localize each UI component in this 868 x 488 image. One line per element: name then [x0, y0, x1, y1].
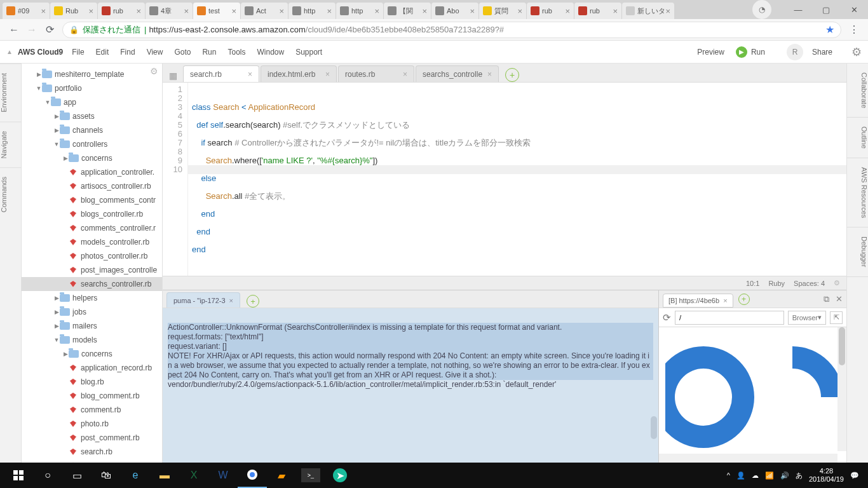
excel-icon[interactable]: X [179, 463, 208, 488]
browser-tab[interactable]: http× [336, 3, 383, 19]
browser-tab[interactable]: rub× [527, 3, 574, 19]
app-icon[interactable]: ➤ [325, 463, 355, 488]
task-view-icon[interactable]: ▭ [62, 463, 92, 488]
scrollbar-thumb[interactable] [651, 416, 657, 439]
tree-file[interactable]: artisocs_controller.rb [22, 179, 162, 193]
tree-settings-icon[interactable]: ⚙ [150, 66, 158, 76]
editor-tab[interactable]: search.rb× [183, 65, 259, 82]
close-icon[interactable]: × [88, 6, 93, 16]
status-gear-icon[interactable]: ⚙ [834, 279, 840, 287]
tree-file[interactable]: blogs_controller.rb [22, 207, 162, 221]
start-button[interactable] [4, 463, 33, 488]
bookmark-star-icon[interactable]: ★ [825, 24, 834, 36]
close-icon[interactable]: × [470, 6, 475, 16]
side-tab[interactable]: Outline [847, 118, 868, 158]
chrome-menu-icon[interactable]: ⋮ [845, 24, 863, 36]
side-tab[interactable]: Collaborate [847, 64, 868, 118]
menu-collapse-icon[interactable]: ▲ [6, 48, 13, 55]
close-icon[interactable]: × [231, 6, 236, 16]
side-tab[interactable]: Navigate [0, 121, 21, 167]
browser-tab[interactable]: Abo× [431, 3, 478, 19]
close-icon[interactable]: × [374, 6, 379, 16]
brand-label[interactable]: AWS Cloud9 [18, 48, 63, 57]
menu-item[interactable]: Goto [174, 48, 191, 57]
close-icon[interactable]: × [41, 6, 46, 16]
close-icon[interactable]: × [565, 6, 570, 16]
tree-folder[interactable]: ▶assets [22, 109, 162, 123]
close-icon[interactable]: × [243, 70, 252, 79]
close-icon[interactable]: × [422, 6, 427, 16]
menu-item[interactable]: Run [202, 48, 216, 57]
preview-content[interactable] [659, 327, 846, 463]
url-input[interactable]: 🔒 保護された通信 | https://us-east-2.console.aw… [62, 22, 841, 38]
run-button[interactable]: ▶Run [736, 46, 765, 58]
browser-tab[interactable]: http× [288, 3, 336, 19]
tray-onedrive-icon[interactable]: ☁ [752, 471, 759, 480]
tree-file[interactable]: post_comment.rb [22, 431, 162, 445]
tree-folder[interactable]: ▶concerns [22, 151, 162, 165]
tray-up-icon[interactable]: ^ [727, 471, 730, 479]
tree-file[interactable]: models_controller.rb [22, 235, 162, 249]
add-terminal-button[interactable]: + [247, 295, 259, 308]
reload-button[interactable]: ⟳ [41, 21, 58, 39]
side-tab[interactable]: Commands [0, 167, 21, 221]
tree-folder[interactable]: ▶jobs [22, 305, 162, 319]
menu-item[interactable]: File [72, 48, 84, 57]
language-mode[interactable]: Ruby [768, 280, 785, 287]
tray-volume-icon[interactable]: 🔊 [780, 471, 789, 480]
window-minimize[interactable]: ― [784, 1, 812, 18]
maximize-icon[interactable]: ⧉ [824, 294, 829, 304]
editor-tab[interactable]: index.html.erb× [261, 65, 337, 82]
window-close[interactable]: ✕ [840, 1, 868, 18]
tree-folder[interactable]: ▼controllers [22, 137, 162, 151]
preview-button[interactable]: Preview [697, 48, 724, 57]
tree-folder[interactable]: ▼models [22, 333, 162, 347]
preview-hscrollbar[interactable] [659, 454, 837, 463]
cursor-position[interactable]: 10:1 [746, 280, 759, 287]
editor-tab[interactable]: routes.rb× [338, 65, 414, 82]
tree-file[interactable]: blog_comment.rb [22, 389, 162, 403]
browser-tab[interactable]: test× [193, 3, 240, 19]
browser-tab[interactable]: 【関× [384, 3, 431, 19]
browser-dropdown[interactable]: Browser ▾ [788, 311, 826, 325]
close-icon[interactable]: × [723, 297, 727, 304]
tree-folder[interactable]: ▼app [22, 95, 162, 109]
editor-tab[interactable]: searchs_controlle× [416, 65, 499, 82]
tree-file[interactable]: blog.rb [22, 375, 162, 389]
close-icon[interactable]: × [398, 70, 407, 79]
notifications-icon[interactable]: 💬 [850, 471, 859, 480]
chrome-icon[interactable] [238, 463, 267, 488]
preview-tab[interactable]: [B] https://4be6b× [663, 294, 733, 308]
tree-file[interactable]: post_images_controlle [22, 263, 162, 277]
close-panel-icon[interactable]: ✕ [836, 294, 843, 304]
indent-setting[interactable]: Spaces: 4 [794, 280, 825, 287]
chrome-profile-icon[interactable]: ◔ [752, 0, 771, 19]
tree-file[interactable]: comment.rb [22, 403, 162, 417]
close-icon[interactable]: × [184, 6, 189, 16]
browser-tab[interactable]: Act× [241, 3, 288, 19]
clock[interactable]: 4:282018/04/19 [809, 467, 844, 484]
terminal-output[interactable]: ActionController::UnknownFormat (Searchs… [163, 308, 658, 463]
close-icon[interactable]: × [665, 6, 670, 16]
browser-tab[interactable]: rub× [574, 3, 621, 19]
tree-file[interactable]: photo.rb [22, 417, 162, 431]
menu-item[interactable]: Window [257, 48, 284, 57]
tree-file[interactable]: search.rb [22, 445, 162, 459]
edge-icon[interactable]: e [121, 463, 150, 488]
code-area[interactable]: class Search < ApplicationRecord def sel… [188, 83, 846, 276]
browser-tab[interactable]: #09× [3, 3, 50, 19]
popout-icon[interactable]: ⇱ [830, 311, 843, 324]
tree-file[interactable]: photos_controller.rb [22, 249, 162, 263]
explorer-icon[interactable]: ▬ [150, 463, 179, 488]
window-maximize[interactable]: ▢ [812, 1, 840, 18]
close-icon[interactable]: × [229, 297, 233, 304]
tree-file[interactable]: application_record.rb [22, 361, 162, 375]
close-icon[interactable]: × [136, 6, 141, 16]
terminal-tab[interactable]: puma - "ip-172-3× [166, 292, 240, 308]
menu-item[interactable]: Tools [227, 48, 245, 57]
close-icon[interactable]: × [482, 70, 492, 79]
tree-file[interactable]: application_controller. [22, 165, 162, 179]
add-tab-button[interactable]: + [505, 68, 519, 82]
tray-people-icon[interactable]: 👤 [736, 471, 745, 480]
share-button[interactable]: Share [812, 48, 832, 57]
